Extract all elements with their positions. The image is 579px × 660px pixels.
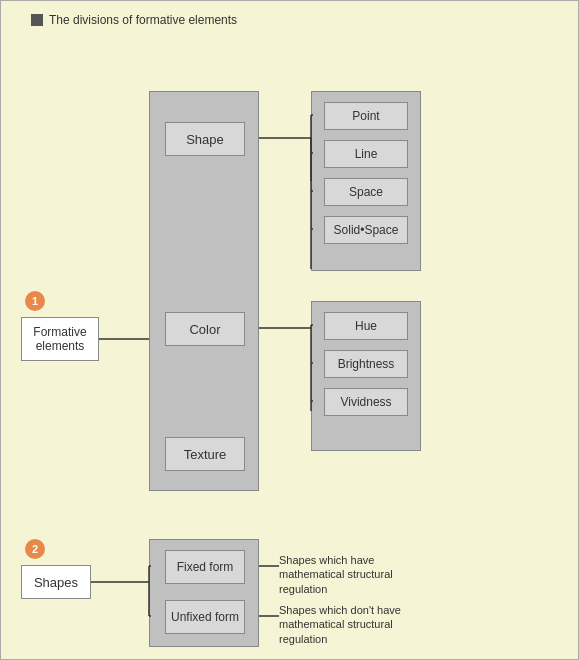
hue-item: Hue xyxy=(324,312,408,340)
unfixed-form-desc: Shapes which don't have mathematical str… xyxy=(279,603,409,646)
section2: 2 Shapes Fixed form Unfixed form Shapes … xyxy=(11,539,561,649)
title-area: The divisions of formative elements xyxy=(31,13,237,27)
color-sub-container: Hue Brightness Vividness xyxy=(311,301,421,451)
unfixed-form-box: Unfixed form xyxy=(165,600,245,634)
section1-connectors xyxy=(11,41,561,521)
title-text: The divisions of formative elements xyxy=(49,13,237,27)
brightness-item: Brightness xyxy=(324,350,408,378)
shapes-box: Shapes xyxy=(21,565,91,599)
section1: 1 Formative elements Shape Color Texture… xyxy=(11,41,561,521)
forms-container: Fixed form Unfixed form xyxy=(149,539,259,647)
badge-1: 1 xyxy=(25,291,45,311)
title-icon xyxy=(31,14,43,26)
shape-sub-container: Point Line Space Solid•Space xyxy=(311,91,421,271)
main-container: Shape Color Texture xyxy=(149,91,259,491)
fixed-form-desc: Shapes which have mathematical structura… xyxy=(279,553,409,596)
vividness-item: Vividness xyxy=(324,388,408,416)
texture-box: Texture xyxy=(165,437,245,471)
fixed-form-box: Fixed form xyxy=(165,550,245,584)
solid-space-item: Solid•Space xyxy=(324,216,408,244)
formative-elements-box: Formative elements xyxy=(21,317,99,361)
point-item: Point xyxy=(324,102,408,130)
space-item: Space xyxy=(324,178,408,206)
line-item: Line xyxy=(324,140,408,168)
badge-2: 2 xyxy=(25,539,45,559)
color-box: Color xyxy=(165,312,245,346)
shape-box: Shape xyxy=(165,122,245,156)
